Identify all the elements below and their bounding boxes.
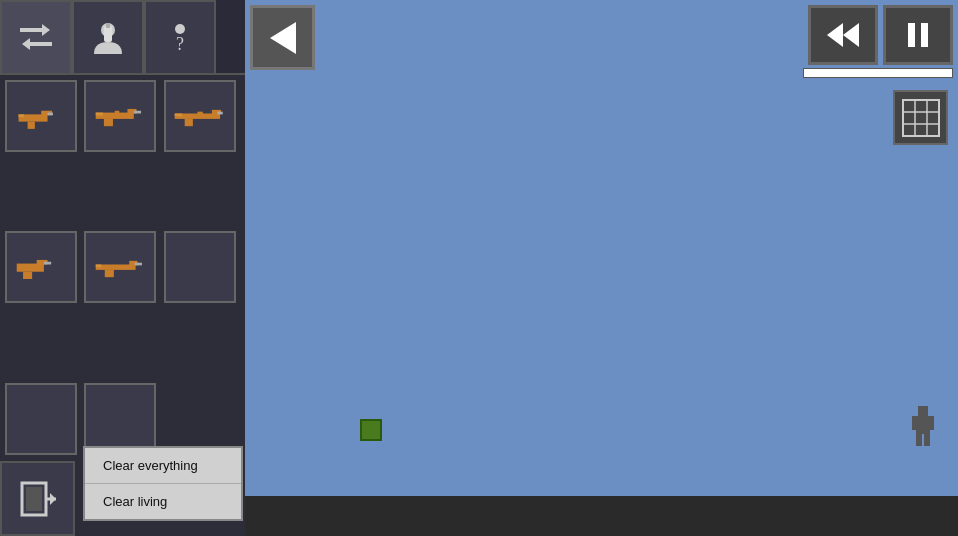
- svg-rect-11: [104, 26, 112, 42]
- character-silhouette: [908, 406, 938, 446]
- back-button[interactable]: [250, 5, 315, 70]
- svg-rect-52: [26, 487, 42, 511]
- svg-marker-41: [270, 22, 296, 54]
- media-controls: [808, 5, 953, 65]
- svg-rect-23: [96, 112, 103, 115]
- grid-item-4[interactable]: [5, 231, 77, 303]
- exit-button[interactable]: [0, 461, 75, 536]
- svg-rect-17: [27, 121, 34, 128]
- svg-rect-1: [916, 416, 930, 434]
- grid-item-2[interactable]: [84, 80, 156, 152]
- svg-rect-24: [115, 111, 120, 115]
- svg-rect-39: [96, 265, 101, 268]
- svg-rect-31: [218, 111, 223, 114]
- svg-rect-44: [908, 23, 915, 47]
- svg-rect-32: [17, 264, 44, 272]
- context-menu: Clear everything Clear living: [83, 446, 243, 521]
- svg-marker-7: [42, 24, 50, 36]
- top-toolbar: ?: [0, 0, 245, 75]
- svg-rect-8: [30, 42, 52, 46]
- svg-rect-4: [916, 434, 922, 446]
- svg-rect-29: [175, 113, 182, 116]
- grid-item-3[interactable]: [164, 80, 236, 152]
- svg-rect-40: [135, 263, 142, 266]
- swap-button[interactable]: [0, 0, 72, 75]
- svg-rect-0: [918, 406, 928, 416]
- svg-rect-25: [134, 111, 141, 114]
- svg-rect-28: [185, 119, 193, 126]
- clear-everything-button[interactable]: Clear everything: [85, 448, 241, 484]
- clear-living-button[interactable]: Clear living: [85, 484, 241, 519]
- progress-bar: [804, 69, 952, 77]
- svg-rect-19: [47, 112, 52, 115]
- svg-rect-30: [198, 111, 203, 115]
- grid-toggle-button[interactable]: [893, 90, 948, 145]
- character-button[interactable]: [72, 0, 144, 75]
- grid-item-5[interactable]: [84, 231, 156, 303]
- svg-rect-5: [924, 434, 930, 446]
- svg-rect-18: [18, 114, 23, 117]
- rewind-button[interactable]: [808, 5, 878, 65]
- help-button[interactable]: ?: [144, 0, 216, 75]
- svg-rect-3: [928, 416, 934, 430]
- svg-marker-54: [50, 493, 56, 505]
- svg-rect-34: [23, 272, 32, 279]
- svg-rect-12: [106, 23, 110, 28]
- grid-item-7[interactable]: [5, 383, 77, 455]
- svg-point-13: [175, 24, 185, 34]
- svg-rect-22: [104, 119, 113, 126]
- svg-rect-45: [921, 23, 928, 47]
- progress-bar-container: [803, 68, 953, 78]
- svg-rect-6: [20, 28, 42, 32]
- svg-marker-42: [827, 23, 843, 47]
- svg-rect-35: [44, 262, 51, 265]
- svg-rect-2: [912, 416, 918, 430]
- pause-button[interactable]: [883, 5, 953, 65]
- svg-rect-38: [105, 270, 114, 277]
- svg-marker-9: [22, 38, 30, 50]
- svg-rect-46: [903, 100, 939, 136]
- green-block-entity: [360, 419, 382, 441]
- top-right-controls: [803, 5, 953, 78]
- grid-item-1[interactable]: [5, 80, 77, 152]
- svg-text:?: ?: [176, 34, 184, 54]
- svg-marker-43: [843, 23, 859, 47]
- grid-item-6[interactable]: [164, 231, 236, 303]
- grid-item-8[interactable]: [84, 383, 156, 455]
